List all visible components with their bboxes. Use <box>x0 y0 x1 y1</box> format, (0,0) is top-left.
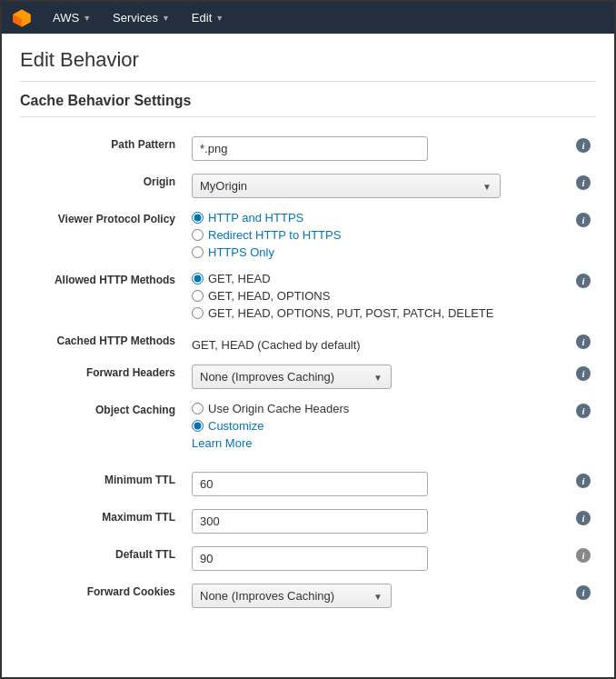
viewer-protocol-label: Viewer Protocol Policy <box>20 205 188 265</box>
minimum-ttl-row: Minimum TTL i <box>20 465 596 503</box>
navbar: AWS ▼ Services ▼ Edit ▼ <box>2 2 614 34</box>
forward-cookies-select-wrapper: None (Improves Caching) Whitelist All <box>192 584 392 608</box>
path-pattern-row: Path Pattern *.png i <box>20 130 596 167</box>
forward-headers-info-icon[interactable]: i <box>576 366 591 381</box>
forward-cookies-row: Forward Cookies None (Improves Caching) … <box>20 577 596 614</box>
allowed-methods-label: Allowed HTTP Methods <box>20 265 188 326</box>
minimum-ttl-info-icon[interactable]: i <box>576 474 591 488</box>
allowed-methods-option-get-head[interactable]: GET, HEAD <box>192 272 567 285</box>
section-title: Cache Behavior Settings <box>20 93 596 117</box>
viewer-protocol-radio-group: HTTP and HTTPS Redirect HTTP to HTTPS HT… <box>192 211 567 259</box>
allowed-methods-option-get-head-options[interactable]: GET, HEAD, OPTIONS <box>192 289 567 303</box>
object-caching-option-use-origin[interactable]: Use Origin Cache Headers <box>192 402 567 415</box>
forward-cookies-label: Forward Cookies <box>20 577 188 614</box>
maximum-ttl-value <box>188 503 571 540</box>
origin-info-icon[interactable]: i <box>576 175 591 190</box>
nav-aws[interactable]: AWS ▼ <box>44 7 100 28</box>
object-caching-radio-group: Use Origin Cache Headers Customize <box>192 402 567 433</box>
default-ttl-label: Default TTL <box>20 540 188 577</box>
allowed-methods-value: GET, HEAD GET, HEAD, OPTIONS GET, HEAD, … <box>188 265 571 326</box>
origin-label: Origin <box>20 167 188 205</box>
origin-select[interactable]: MyOrigin <box>192 174 501 198</box>
path-pattern-value: *.png <box>188 130 571 167</box>
path-pattern-input[interactable]: *.png <box>192 136 428 161</box>
allowed-methods-info-icon[interactable]: i <box>576 274 591 288</box>
allowed-methods-option-all[interactable]: GET, HEAD, OPTIONS, PUT, POST, PATCH, DE… <box>192 306 567 320</box>
maximum-ttl-input[interactable] <box>192 509 428 534</box>
form-table: Path Pattern *.png i Origin MyOrigin i <box>20 130 596 614</box>
viewer-protocol-row: Viewer Protocol Policy HTTP and HTTPS Re… <box>20 205 596 265</box>
services-caret-icon: ▼ <box>162 14 170 23</box>
object-caching-label: Object Caching <box>20 395 188 456</box>
page-content: Edit Behavior Cache Behavior Settings Pa… <box>2 34 614 629</box>
spacer-row <box>20 456 596 465</box>
forward-headers-select-wrapper: None (Improves Caching) Whitelist All <box>192 364 392 389</box>
viewer-protocol-option-https-only[interactable]: HTTPS Only <box>192 245 567 259</box>
object-caching-value: Use Origin Cache Headers Customize Learn… <box>188 395 571 456</box>
cached-methods-label: Cached HTTP Methods <box>20 326 188 358</box>
origin-value: MyOrigin <box>188 167 571 205</box>
minimum-ttl-value <box>188 465 571 503</box>
viewer-protocol-option-redirect[interactable]: Redirect HTTP to HTTPS <box>192 228 567 242</box>
page-title: Edit Behavior <box>20 48 596 82</box>
allowed-methods-radio-group: GET, HEAD GET, HEAD, OPTIONS GET, HEAD, … <box>192 272 567 320</box>
forward-headers-value: None (Improves Caching) Whitelist All <box>188 358 571 395</box>
forward-cookies-info-icon[interactable]: i <box>576 585 591 600</box>
aws-logo[interactable] <box>9 5 35 31</box>
object-caching-info-icon[interactable]: i <box>576 404 591 418</box>
cached-methods-value: GET, HEAD (Cached by default) <box>188 326 571 358</box>
path-pattern-label: Path Pattern <box>20 130 188 167</box>
viewer-protocol-value: HTTP and HTTPS Redirect HTTP to HTTPS HT… <box>188 205 571 265</box>
default-ttl-row: Default TTL i <box>20 540 596 577</box>
forward-cookies-select[interactable]: None (Improves Caching) Whitelist All <box>192 584 392 608</box>
origin-row: Origin MyOrigin i <box>20 167 596 205</box>
path-pattern-info-icon[interactable]: i <box>576 138 591 153</box>
object-caching-row: Object Caching Use Origin Cache Headers … <box>20 395 596 456</box>
viewer-protocol-info-icon[interactable]: i <box>576 213 591 227</box>
learn-more-link[interactable]: Learn More <box>192 436 252 450</box>
edit-caret-icon: ▼ <box>215 14 224 23</box>
default-ttl-info-icon[interactable]: i <box>576 548 591 563</box>
forward-headers-label: Forward Headers <box>20 358 188 395</box>
viewer-protocol-option-http-https[interactable]: HTTP and HTTPS <box>192 211 567 225</box>
forward-headers-row: Forward Headers None (Improves Caching) … <box>20 358 596 395</box>
minimum-ttl-input[interactable] <box>192 472 428 496</box>
nav-edit[interactable]: Edit ▼ <box>183 7 233 28</box>
object-caching-option-customize[interactable]: Customize <box>192 419 567 433</box>
cached-methods-row: Cached HTTP Methods GET, HEAD (Cached by… <box>20 326 596 358</box>
nav-services[interactable]: Services ▼ <box>104 7 179 28</box>
cached-methods-info-icon[interactable]: i <box>576 335 591 349</box>
forward-headers-select[interactable]: None (Improves Caching) Whitelist All <box>192 364 392 389</box>
minimum-ttl-label: Minimum TTL <box>20 465 188 503</box>
origin-select-wrapper: MyOrigin <box>192 174 501 198</box>
forward-cookies-value: None (Improves Caching) Whitelist All <box>188 577 571 614</box>
maximum-ttl-info-icon[interactable]: i <box>576 511 591 525</box>
maximum-ttl-row: Maximum TTL i <box>20 503 596 540</box>
default-ttl-value <box>188 540 571 577</box>
default-ttl-input[interactable] <box>192 546 428 571</box>
allowed-methods-row: Allowed HTTP Methods GET, HEAD GET, HEAD… <box>20 265 596 326</box>
aws-caret-icon: ▼ <box>83 14 91 23</box>
maximum-ttl-label: Maximum TTL <box>20 503 188 540</box>
